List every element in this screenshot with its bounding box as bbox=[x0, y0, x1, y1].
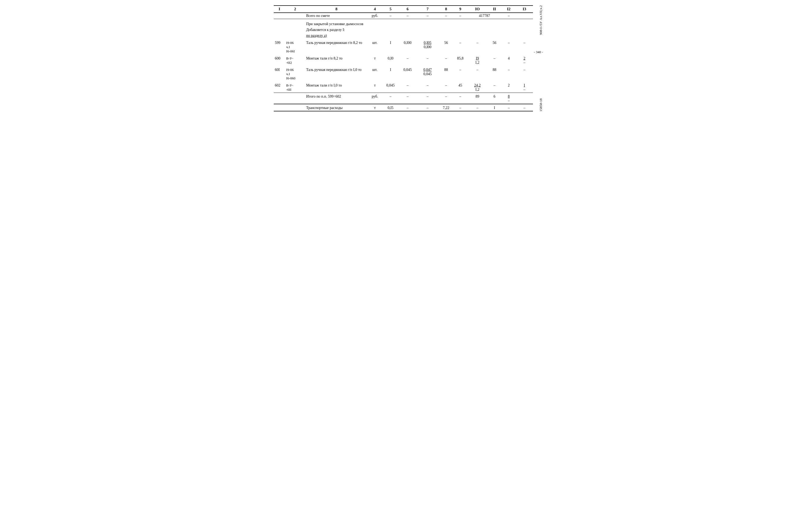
r600-c13-main: 2 bbox=[524, 56, 525, 60]
r600-c6: – bbox=[399, 54, 416, 66]
r1-c8: – bbox=[439, 13, 453, 19]
r599-c7: 0,I05 0,I00 bbox=[416, 39, 439, 54]
r600-c1: 600 bbox=[274, 54, 285, 66]
col-header-1: I bbox=[274, 6, 285, 13]
r1-c4: руб. bbox=[368, 13, 382, 19]
note-r3-c2 bbox=[285, 33, 305, 39]
r599-c7-main: 0,I05 bbox=[424, 41, 432, 45]
r601-c1: 60I bbox=[274, 66, 285, 81]
r602-c2: B-У--6II bbox=[285, 81, 305, 93]
st-c12-sub: – bbox=[508, 99, 510, 103]
r602-c4: т bbox=[368, 81, 382, 93]
r601-c12: – bbox=[501, 66, 516, 81]
r602-c3: Монтаж тали г/п I,0 то bbox=[305, 81, 368, 93]
tr-c9: – bbox=[453, 105, 467, 111]
note-r2-text: Добавляется к разделу I: bbox=[305, 27, 533, 33]
note-row-3: по разделу а) bbox=[274, 33, 533, 39]
tr-c7: – bbox=[416, 105, 439, 111]
r599-c2: I9-06ч.II6-06I bbox=[285, 39, 305, 54]
r600-c2: B-У--6I2 bbox=[285, 54, 305, 66]
r599-c7-sub: 0,I00 bbox=[424, 45, 432, 49]
r601-c4: шт. bbox=[368, 66, 382, 81]
r1-c1 bbox=[274, 13, 285, 19]
r601-c10: – bbox=[467, 66, 487, 81]
separator-row-1 bbox=[274, 19, 533, 21]
r602-c11: – bbox=[488, 81, 502, 93]
r600-c8: – bbox=[439, 54, 453, 66]
r599-c13: – bbox=[516, 39, 533, 54]
col-header-7: 7 bbox=[416, 6, 439, 13]
r602-c5: 0,045 bbox=[382, 81, 399, 93]
note-r2-c2 bbox=[285, 27, 305, 33]
r599-c8: 56 bbox=[439, 39, 453, 54]
side-label-top: 908-I-/5У Ал.VII,ч.2 bbox=[539, 5, 543, 35]
st-c4: руб. bbox=[368, 94, 382, 104]
side-label-middle: - 340 - bbox=[534, 50, 543, 54]
separator-row-final bbox=[274, 111, 533, 112]
r601-c5: I bbox=[382, 66, 399, 81]
tr-c6: – bbox=[399, 105, 416, 111]
r601-c13: – bbox=[516, 66, 533, 81]
r599-c4: шт. bbox=[368, 39, 382, 54]
r601-c6: 0,045 bbox=[399, 66, 416, 81]
r600-c3: Монтаж тали г/п 8,2 то bbox=[305, 54, 368, 66]
r1-c3: Всего по смете bbox=[305, 13, 368, 19]
r599-c3: Таль ручная передвижная г/п 8,2 то bbox=[305, 39, 368, 54]
st-c3: Итого по п.п. 599÷602 bbox=[305, 94, 368, 104]
tr-c3: Транспортные расходы bbox=[305, 105, 368, 111]
col-header-13: I3 bbox=[516, 6, 533, 13]
st-c7: – bbox=[416, 94, 439, 104]
r1-c6: – bbox=[399, 13, 416, 19]
row-601: 60I I9-06ч.II6-060 Таль ручная передвижн… bbox=[274, 66, 533, 81]
r602-c9: 45 bbox=[453, 81, 467, 93]
r599-c12: – bbox=[501, 39, 516, 54]
tr-c2 bbox=[285, 105, 305, 111]
col-header-10: IO bbox=[467, 6, 487, 13]
r1-c2 bbox=[285, 13, 305, 19]
st-c6: – bbox=[399, 94, 416, 104]
note-r3-text: по разделу а) bbox=[305, 33, 533, 39]
page-wrapper: 908-I-/5У Ал.VII,ч.2 - 340 - 15858-18 I bbox=[274, 5, 533, 112]
note-r1-c1 bbox=[274, 21, 285, 27]
note-r3-c1 bbox=[274, 33, 285, 39]
r602-c13: I – bbox=[516, 81, 533, 93]
r599-c6: 0,I00 bbox=[399, 39, 416, 54]
header-row: I 2 8 4 5 6 7 8 9 IO II I2 I3 bbox=[274, 6, 533, 13]
r599-c10: – bbox=[467, 39, 487, 54]
tr-c1 bbox=[274, 105, 285, 111]
st-c9: – bbox=[453, 94, 467, 104]
row-602: 602 B-У--6II Монтаж тали г/п I,0 то т 0,… bbox=[274, 81, 533, 93]
r599-c1: 599 bbox=[274, 39, 285, 54]
r601-c2: I9-06ч.II6-060 bbox=[285, 66, 305, 81]
note-underline: по разделу а) bbox=[306, 34, 327, 38]
r601-c3: Таль ручная передвижная г/п I,0 то bbox=[305, 66, 368, 81]
tr-c8: 7,22 bbox=[439, 105, 453, 111]
r601-c7: 0,047 0,045 bbox=[416, 66, 439, 81]
row-summary: Всего по смете руб. – – – – – 417787 – bbox=[274, 13, 533, 19]
col-header-11: II bbox=[488, 6, 502, 13]
note-row-2: Добавляется к разделу I: bbox=[274, 27, 533, 33]
r601-c7-main: 0,047 bbox=[423, 68, 432, 72]
r602-c7: – bbox=[416, 81, 439, 93]
st-c2 bbox=[285, 94, 305, 104]
note-r1-c2 bbox=[285, 21, 305, 27]
r600-c5: 0,I0 bbox=[382, 54, 399, 66]
main-table: I 2 8 4 5 6 7 8 9 IO II I2 I3 Всего по с… bbox=[274, 5, 533, 112]
r600-c13: 2 – bbox=[516, 54, 533, 66]
r602-c13-main: I bbox=[524, 83, 525, 87]
st-c12-main: 8 bbox=[508, 94, 510, 98]
r600-c9: 85,8 bbox=[453, 54, 467, 66]
st-c1 bbox=[274, 94, 285, 104]
tr-c5: 0,I5 bbox=[382, 105, 399, 111]
st-c12: 8 – bbox=[501, 94, 516, 104]
row-600: 600 B-У--6I2 Монтаж тали г/п 8,2 то т 0,… bbox=[274, 54, 533, 66]
side-label-bottom: 15858-18 bbox=[539, 98, 543, 112]
col-header-8: 8 bbox=[439, 6, 453, 13]
r602-c12: 2 bbox=[501, 81, 516, 93]
col-header-3: 8 bbox=[305, 6, 368, 13]
tr-c4: т bbox=[368, 105, 382, 111]
r1-c9: – bbox=[453, 13, 467, 19]
r600-c10: I9 I,2 bbox=[467, 54, 487, 66]
r599-c9: – bbox=[453, 39, 467, 54]
r1-c12: – bbox=[501, 13, 516, 19]
